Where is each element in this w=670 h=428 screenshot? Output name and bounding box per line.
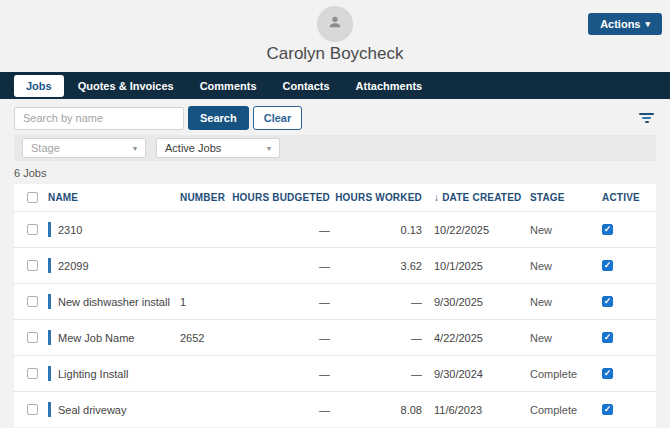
job-name[interactable]: Lighting Install: [58, 368, 128, 380]
row-accent-bar: [48, 258, 51, 273]
column-header-stage[interactable]: STAGE: [526, 192, 592, 203]
job-hours-budgeted: —: [232, 368, 330, 380]
column-header-number[interactable]: NUMBER: [180, 192, 232, 203]
row-accent-bar: [48, 294, 51, 309]
job-stage: New: [526, 296, 592, 308]
avatar: [317, 6, 353, 42]
column-header-hours-worked[interactable]: HOURS WORKED: [330, 192, 422, 203]
column-header-date-created[interactable]: ↓DATE CREATED: [422, 192, 526, 203]
row-checkbox[interactable]: [27, 260, 38, 271]
active-checkbox[interactable]: [602, 296, 613, 307]
table-header-row: NAME NUMBER HOURS BUDGETED HOURS WORKED …: [14, 184, 656, 211]
search-row: Search Clear: [14, 106, 656, 130]
row-accent-bar: [48, 222, 51, 237]
clear-button[interactable]: Clear: [253, 106, 303, 130]
row-accent-bar: [48, 330, 51, 345]
jobs-count: 6 Jobs: [14, 167, 656, 179]
job-date-created: 9/30/2025: [422, 296, 526, 308]
active-jobs-select[interactable]: Active Jobs ▾: [156, 138, 280, 158]
column-header-hours-budgeted[interactable]: HOURS BUDGETED: [232, 192, 330, 203]
column-header-active[interactable]: ACTIVE: [592, 192, 656, 203]
sort-descending-icon: ↓: [434, 192, 439, 203]
job-name[interactable]: Seal driveway: [58, 404, 126, 416]
job-hours-worked: 0.13: [330, 224, 422, 236]
tab-attachments[interactable]: Attachments: [344, 75, 435, 97]
job-hours-budgeted: —: [232, 260, 330, 272]
profile-header: Carolyn Boycheck Actions ▾: [0, 6, 670, 72]
table-row[interactable]: 2310 — 0.13 10/22/2025 New: [14, 211, 656, 247]
tab-comments[interactable]: Comments: [188, 75, 269, 97]
active-checkbox[interactable]: [602, 368, 613, 379]
stage-select[interactable]: Stage ▾: [22, 138, 146, 158]
job-stage: New: [526, 332, 592, 344]
active-checkbox[interactable]: [602, 332, 613, 343]
job-date-created: 4/22/2025: [422, 332, 526, 344]
active-checkbox[interactable]: [602, 224, 613, 235]
stage-select-value: Stage: [31, 142, 60, 154]
table-row[interactable]: Mew Job Name 2652 — — 4/22/2025 New: [14, 319, 656, 355]
job-hours-budgeted: —: [232, 224, 330, 236]
job-name[interactable]: New dishwasher install: [58, 296, 170, 308]
tab-jobs[interactable]: Jobs: [14, 75, 64, 97]
tab-bar: Jobs Quotes & Invoices Comments Contacts…: [0, 72, 670, 99]
row-accent-bar: [48, 366, 51, 381]
table-row[interactable]: Lighting Install — — 9/30/2024 Complete: [14, 355, 656, 391]
actions-button-label: Actions: [600, 18, 640, 30]
search-button[interactable]: Search: [188, 106, 249, 130]
table-row[interactable]: New dishwasher install 1 — — 9/30/2025 N…: [14, 283, 656, 319]
row-checkbox[interactable]: [27, 296, 38, 307]
table-row[interactable]: 22099 — 3.62 10/1/2025 New: [14, 247, 656, 283]
filter-funnel-icon[interactable]: [637, 109, 656, 127]
chevron-down-icon: ▾: [267, 144, 271, 153]
row-checkbox[interactable]: [27, 368, 38, 379]
tab-quotes-invoices[interactable]: Quotes & Invoices: [66, 75, 186, 97]
job-name[interactable]: 22099: [58, 260, 89, 272]
job-date-created: 9/30/2024: [422, 368, 526, 380]
job-name[interactable]: Mew Job Name: [58, 332, 134, 344]
jobs-table: NAME NUMBER HOURS BUDGETED HOURS WORKED …: [14, 184, 656, 427]
job-date-created: 10/22/2025: [422, 224, 526, 236]
job-hours-budgeted: —: [232, 296, 330, 308]
table-row[interactable]: Seal driveway — 8.08 11/6/2023 Complete: [14, 391, 656, 427]
job-hours-worked: —: [330, 296, 422, 308]
job-stage: New: [526, 224, 592, 236]
search-input[interactable]: [14, 107, 184, 130]
job-hours-worked: 3.62: [330, 260, 422, 272]
row-checkbox[interactable]: [27, 224, 38, 235]
chevron-down-icon: ▾: [133, 144, 137, 153]
select-all-checkbox[interactable]: [27, 192, 38, 203]
actions-button[interactable]: Actions ▾: [588, 13, 662, 35]
job-hours-worked: 8.08: [330, 404, 422, 416]
job-number: 1: [180, 296, 232, 308]
tab-contacts[interactable]: Contacts: [271, 75, 342, 97]
job-hours-worked: —: [330, 368, 422, 380]
job-hours-budgeted: —: [232, 332, 330, 344]
page-title: Carolyn Boycheck: [0, 44, 670, 64]
job-number: 2652: [180, 332, 232, 344]
person-icon: [327, 14, 343, 34]
table-body: 2310 — 0.13 10/22/2025 New 22099 — 3.62 …: [14, 211, 656, 427]
active-checkbox[interactable]: [602, 404, 613, 415]
column-header-name[interactable]: NAME: [48, 192, 180, 203]
job-stage: Complete: [526, 404, 592, 416]
active-jobs-select-value: Active Jobs: [165, 142, 221, 154]
job-hours-budgeted: —: [232, 404, 330, 416]
job-date-created: 11/6/2023: [422, 404, 526, 416]
row-checkbox[interactable]: [27, 404, 38, 415]
job-name[interactable]: 2310: [58, 224, 82, 236]
filter-strip: Stage ▾ Active Jobs ▾: [14, 135, 656, 161]
active-checkbox[interactable]: [602, 260, 613, 271]
job-hours-worked: —: [330, 332, 422, 344]
row-checkbox[interactable]: [27, 332, 38, 343]
job-date-created: 10/1/2025: [422, 260, 526, 272]
row-accent-bar: [48, 402, 51, 417]
job-stage: Complete: [526, 368, 592, 380]
job-stage: New: [526, 260, 592, 272]
chevron-down-icon: ▾: [645, 20, 650, 29]
